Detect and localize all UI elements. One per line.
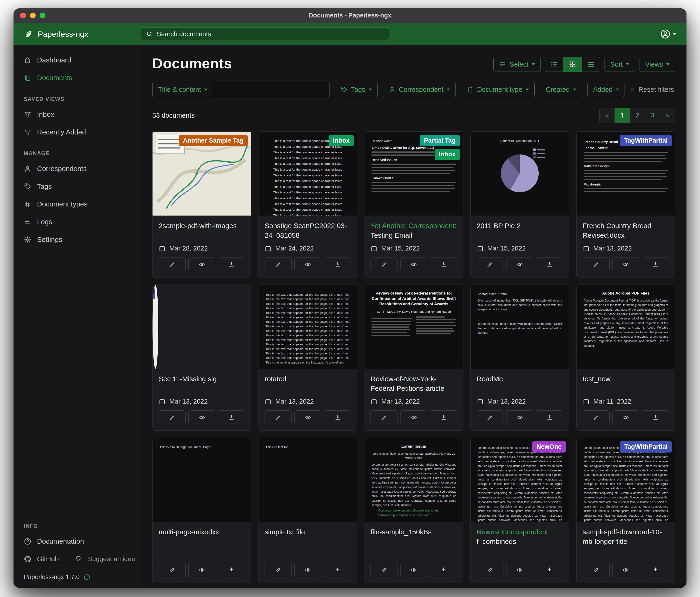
document-title[interactable]: Review-of-New-York-Federal-Petitions-art… (371, 374, 457, 393)
preview-button[interactable] (612, 563, 640, 577)
document-title[interactable]: 2sample-pdf-with-images (158, 221, 245, 240)
document-title[interactable]: 2011 BP Pie 2 (477, 221, 563, 240)
document-card[interactable]: Contact Sheet DemoGiven a set of image f… (470, 285, 569, 431)
title-content-dropdown[interactable]: Title & content (152, 82, 213, 97)
view-grid-button[interactable] (563, 57, 582, 72)
edit-button[interactable] (265, 410, 292, 424)
tag-newone[interactable]: NewOne (532, 441, 566, 453)
document-thumbnail[interactable]: Inbox This is a test for the double spac… (258, 132, 357, 216)
document-thumbnail[interactable]: Contact Sheet DemoGiven a set of image f… (471, 285, 569, 368)
reset-filters-button[interactable]: Reset filters (630, 86, 674, 93)
filter-document-type-button[interactable]: Document type (461, 82, 535, 97)
sidebar-item-documentation[interactable]: Documentation (18, 532, 136, 550)
edit-button[interactable] (477, 410, 504, 424)
download-button[interactable] (324, 563, 351, 577)
document-card[interactable]: Inbox This is a test for the double spac… (258, 132, 357, 278)
preview-button[interactable] (294, 563, 321, 577)
document-title[interactable]: rotated (265, 374, 351, 393)
page-2-button[interactable]: 2 (630, 108, 645, 123)
preview-button[interactable] (400, 563, 427, 577)
tag-inbox[interactable]: Inbox (435, 149, 460, 160)
edit-button[interactable] (371, 563, 398, 577)
search-bar[interactable] (141, 27, 389, 41)
sort-button[interactable]: Sort (604, 57, 635, 72)
tag-inbox[interactable]: Inbox (329, 135, 354, 146)
document-thumbnail[interactable]: This is a multi page document. Page 1. (152, 438, 251, 522)
document-card[interactable]: NewOne Lorem ipsum dolor sit amet, conse… (470, 438, 569, 583)
document-thumbnail[interactable]: Lorem ipsumLorem ipsum dolor sit amet, c… (365, 438, 463, 522)
preview-button[interactable] (294, 257, 321, 271)
sidebar-item-dashboard[interactable]: Dashboard (18, 51, 136, 69)
views-button[interactable]: Views (639, 57, 675, 72)
edit-button[interactable] (371, 410, 398, 424)
document-title[interactable]: file-sample_150kBs (371, 527, 457, 546)
sidebar-item-logs[interactable]: Logs (18, 213, 136, 231)
document-thumbnail[interactable]: This is the text that appears on the fir… (258, 285, 357, 368)
edit-button[interactable] (158, 410, 185, 424)
sidebar-item-settings[interactable]: Settings (18, 231, 136, 248)
view-detail-button[interactable] (582, 57, 600, 72)
document-thumbnail[interactable]: Patient BP Distribution 2011 (471, 132, 569, 216)
preview-button[interactable] (294, 410, 321, 424)
download-button[interactable] (536, 410, 563, 424)
edit-button[interactable] (265, 563, 292, 577)
document-thumbnail[interactable]: Partial TagInbox Release NotesSimba ODBC… (365, 132, 463, 216)
document-title[interactable]: Yet Another Correspondent: Testing Email (371, 221, 457, 240)
download-button[interactable] (218, 257, 245, 271)
close-button[interactable] (20, 13, 26, 18)
document-card[interactable]: Partial TagInbox Release NotesSimba ODBC… (364, 132, 463, 278)
document-card[interactable]: This is a test file. simple txt file (258, 438, 357, 583)
document-thumbnail[interactable]: This is a test file. (258, 438, 357, 522)
edit-button[interactable] (158, 563, 185, 577)
download-button[interactable] (536, 563, 563, 577)
document-title[interactable]: Newest Correspondent: f_combineds (477, 527, 563, 546)
tag-tagwithpartial[interactable]: TagWithPartial (620, 135, 672, 146)
document-title[interactable]: French Country Bread Revised.docx (583, 221, 669, 240)
preview-button[interactable] (506, 410, 533, 424)
preview-button[interactable] (506, 257, 533, 271)
document-thumbnail[interactable]: TagWithPartial French Country BreadFor t… (577, 132, 675, 216)
view-list-button[interactable] (545, 57, 564, 72)
filter-tags-button[interactable]: Tags (335, 82, 377, 97)
sidebar-item-github[interactable]: GitHub (18, 550, 64, 568)
edit-button[interactable] (583, 563, 610, 577)
edit-button[interactable] (158, 257, 185, 271)
document-thumbnail[interactable]: Review of New York Federal Petitions for… (365, 285, 463, 368)
download-button[interactable] (218, 563, 245, 577)
tag-another-sample-tag[interactable]: Another Sample Tag (179, 135, 248, 146)
document-title[interactable]: multi-page-mixedxx (158, 527, 245, 546)
document-card[interactable]: Review of New York Federal Petitions for… (364, 285, 463, 431)
brand[interactable]: Paperless-ngx (14, 29, 141, 39)
tag-partial-tag[interactable]: Partial Tag (420, 135, 460, 146)
filter-created-button[interactable]: Created (540, 82, 582, 97)
tag-tagwithpartial[interactable]: TagWithPartial (620, 441, 672, 453)
document-card[interactable]: Patient BP Distribution 2011 2011 BP Pie… (470, 132, 569, 278)
download-button[interactable] (642, 410, 669, 424)
preview-button[interactable] (400, 410, 427, 424)
document-card[interactable]: Adobe Acrobat PDF FilesAdobe Portable Do… (576, 285, 675, 431)
document-card[interactable]: Lorem ipsumLorem ipsum dolor sit amet, c… (364, 438, 463, 583)
document-title[interactable]: simple txt file (265, 527, 351, 546)
edit-button[interactable] (477, 257, 504, 271)
document-thumbnail[interactable]: NewOne Lorem ipsum dolor sit amet, conse… (471, 438, 569, 522)
document-title[interactable]: test_new (583, 374, 669, 393)
document-card[interactable]: TagWithPartial French Country BreadFor t… (576, 132, 675, 278)
download-button[interactable] (324, 257, 351, 271)
document-thumbnail[interactable]: TagWithPartial 1.1 CONTINUING MEDICAL ED… (152, 285, 158, 368)
document-title[interactable]: Sonstige ScanPC2022 03-24_081058 (265, 221, 351, 240)
sidebar-item-inbox[interactable]: Inbox (18, 105, 136, 123)
edit-button[interactable] (477, 563, 504, 577)
edit-button[interactable] (265, 257, 292, 271)
download-button[interactable] (430, 257, 457, 271)
preview-button[interactable] (506, 563, 533, 577)
sidebar-item-suggest-an-idea[interactable]: Suggest an idea (69, 550, 141, 568)
page-prev-button[interactable]: « (599, 108, 615, 123)
document-card[interactable]: This is a multi page document. Page 1. m… (152, 438, 251, 583)
document-card[interactable]: This is the text that appears on the fir… (258, 285, 357, 431)
download-button[interactable] (642, 257, 669, 271)
preview-button[interactable] (612, 257, 640, 271)
tag-tagwithpartial[interactable]: TagWithPartial (152, 288, 155, 300)
document-title[interactable]: ReadMe (477, 374, 563, 393)
download-button[interactable] (536, 257, 563, 271)
filter-query-input[interactable] (213, 82, 330, 97)
